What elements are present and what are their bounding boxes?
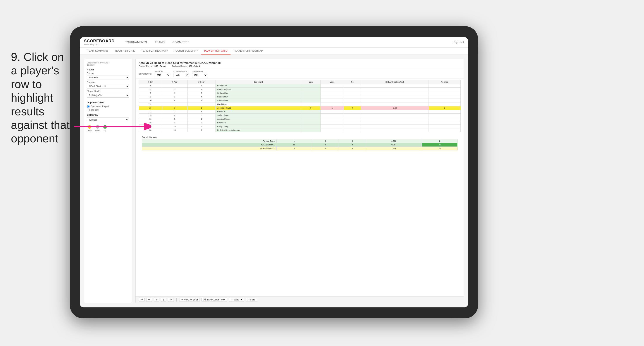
col-header-conf: # Conf <box>188 80 216 84</box>
table-row[interactable]: 1822 Euna Lee <box>139 121 460 125</box>
table-row[interactable]: 1585 Stella Chang <box>139 114 460 117</box>
out-of-division-table: Foreign Team 1 0 0 4.500 2 NAIA Division… <box>142 139 458 151</box>
nav-teams[interactable]: TEAMS <box>153 40 166 45</box>
col-header-tie: Tie <box>344 80 361 84</box>
tablet-frame: SCOREBOARD Powered by clippi TOURNAMENTS… <box>70 26 478 318</box>
overall-record-label: Overall Record: 353 - 34 - 6 <box>138 65 166 68</box>
gender-label: Gender <box>87 72 129 75</box>
opponent-view: Opponent view Opponents Played Top 100 <box>87 101 129 111</box>
watch-button[interactable]: 👁 Watch ▾ <box>229 298 244 302</box>
logo-powered: Powered by clippi <box>84 43 114 46</box>
last-updated: Last Updated: 27/03/2024 16:55:28 <box>87 62 129 66</box>
sign-out[interactable]: Sign out <box>454 40 464 44</box>
table-row[interactable]: 1474 Eunice Yi <box>139 110 460 114</box>
grid-header: Katelyn Vo Head-to-Head Grid for Women's… <box>136 59 464 69</box>
instruction-text: 9. Click on a player's row to highlight … <box>11 50 72 146</box>
opponent-select[interactable]: (All) <box>192 73 208 77</box>
step-number: 9. <box>11 51 20 63</box>
player-section-title: Player <box>87 68 129 71</box>
grid-records: Overall Record: 353 - 34 - 6 Division Re… <box>138 65 460 68</box>
logo: SCOREBOARD Powered by clippi <box>84 39 114 46</box>
right-panel: Katelyn Vo Head-to-Head Grid for Women's… <box>135 59 464 303</box>
col-header-diff: Diff Av Strokes/Rnd <box>361 80 428 84</box>
table-row[interactable]: 20117 Federica Domecq Lacroze <box>139 128 460 132</box>
col-header-div: # Div <box>139 80 162 84</box>
radio-opponents-played[interactable]: Opponents Played <box>87 105 129 108</box>
radio-top100[interactable]: Top 100 <box>87 109 129 111</box>
player-rank-select[interactable]: 8. Katelyn Vo <box>87 93 129 98</box>
left-panel: Last Updated: 27/03/2024 16:55:28 Player… <box>84 59 132 303</box>
save-icon: 💾 <box>204 299 206 301</box>
table-row[interactable]: 12 Haeji Hyun <box>139 102 460 106</box>
opponent-view-label: Opponent view <box>87 101 129 104</box>
arrow-indicator <box>74 120 151 133</box>
grid-body: # Div # Reg # Conf Opponent Win Loss Tie… <box>136 79 464 296</box>
region-filter: Region (All) <box>155 70 170 77</box>
logo-text: SCOREBOARD <box>84 39 114 43</box>
out-of-division-label: Out of division <box>138 135 460 139</box>
table-row[interactable]: 522 Alexis Sudjianto <box>139 88 460 91</box>
h2h-grid-table: # Div # Reg # Conf Opponent Win Loss Tie… <box>138 80 460 132</box>
col-header-rounds: Rounds <box>428 80 460 84</box>
copy-button[interactable]: ⎘ <box>161 298 166 302</box>
redo-prev-button[interactable]: ↺ <box>146 298 152 302</box>
table-row[interactable]: 31 Esther Lee <box>139 84 460 88</box>
main-content: Last Updated: 27/03/2024 16:55:28 Player… <box>80 54 468 307</box>
division-label: Division <box>87 81 129 83</box>
eye-icon: 👁 <box>181 299 184 301</box>
subnav-player-summary[interactable]: PLAYER SUMMARY <box>171 47 201 54</box>
grid-title: Katelyn Vo Head-to-Head Grid for Women's… <box>138 61 460 65</box>
top-nav: SCOREBOARD Powered by clippi TOURNAMENTS… <box>80 37 468 47</box>
undo-button[interactable]: ↩ <box>139 298 144 302</box>
col-header-loss: Loss <box>321 80 344 84</box>
subnav-team-h2h-grid[interactable]: TEAM H2H GRID <box>112 47 138 54</box>
share-icon: ⤴ <box>248 299 249 301</box>
region-select[interactable]: (All) <box>155 73 170 77</box>
refresh-button[interactable]: ⟳ <box>168 298 174 302</box>
share-button[interactable]: ⤴ Share <box>246 298 258 302</box>
watch-icon: 👁 <box>231 299 233 301</box>
conference-select[interactable]: (All) <box>174 73 189 77</box>
subnav-player-h2h-grid[interactable]: PLAYER H2H GRID <box>201 47 230 54</box>
col-header-reg: # Reg <box>162 80 188 84</box>
save-custom-button[interactable]: 💾 Save Custom View <box>202 298 227 302</box>
division-record-label: Division Record: 331 - 34 - 6 <box>172 65 200 68</box>
table-row[interactable]: 1691 Jessica Mason <box>139 117 460 121</box>
tablet-screen: SCOREBOARD Powered by clippi TOURNAMENTS… <box>80 37 468 307</box>
table-row[interactable]: 1063 Andrea York <box>139 99 460 102</box>
subnav-team-h2h-heatmap[interactable]: TEAM H2H HEATMAP <box>138 47 171 54</box>
nav-tournaments[interactable]: TOURNAMENTS <box>123 40 149 45</box>
subnav-team-summary[interactable]: TEAM SUMMARY <box>84 47 112 54</box>
table-row[interactable]: NCAA Division 2 5 0 0 7.400 10 <box>142 147 458 151</box>
gender-select[interactable]: Women's <box>87 75 129 80</box>
nav-links: TOURNAMENTS TEAMS COMMITTEE <box>123 40 447 45</box>
sub-nav: TEAM SUMMARY TEAM H2H GRID TEAM H2H HEAT… <box>80 47 468 54</box>
table-row[interactable]: 19106 Emily Chang <box>139 125 460 128</box>
nav-committee[interactable]: COMMITTEE <box>171 40 191 45</box>
table-row[interactable]: 914 Sharon Mun <box>139 95 460 99</box>
col-header-win: Win <box>301 80 321 84</box>
redo-button[interactable]: ↻ <box>154 298 159 302</box>
filters-row: Opponents: Region (All) Conference (All) <box>136 69 464 79</box>
table-row[interactable]: Foreign Team 1 0 0 4.500 2 <box>142 139 458 143</box>
subnav-player-h2h-heatmap[interactable]: PLAYER H2H HEATMAP <box>230 47 266 54</box>
colour-by-label: Colour by <box>87 114 129 116</box>
opponent-filter: Opponent (All) <box>192 70 208 77</box>
view-original-button[interactable]: 👁 View: Original <box>179 298 200 302</box>
division-select[interactable]: NCAA Division III <box>87 84 129 89</box>
table-row[interactable]: 613 Sydney Kuo <box>139 91 460 95</box>
player-rank-label: Player (Rank) <box>87 90 129 92</box>
table-row-selected[interactable]: 13 1 1 Jessica Huang 0 1 0 -3.00 2 <box>139 106 460 110</box>
conference-filter: Conference (All) <box>174 70 189 77</box>
opponents-label: Opponents: <box>138 73 152 75</box>
bottom-toolbar: ↩ ↺ ↻ ⎘ ⟳ 👁 View: Original 💾 Save Custom… <box>136 296 464 303</box>
table-row[interactable]: NAIA Division 1 15 0 0 9.267 30 <box>142 143 458 147</box>
col-header-opponent: Opponent <box>216 80 301 84</box>
instruction-body: Click on a player's row to highlight res… <box>11 51 70 145</box>
